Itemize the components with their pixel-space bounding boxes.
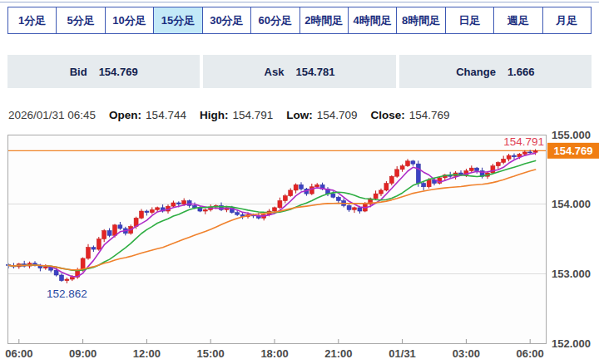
candle-up	[533, 150, 537, 152]
y-axis-label: 154.000	[552, 198, 591, 210]
low-label: Low:	[286, 109, 313, 121]
candle-up	[289, 190, 293, 196]
candle-up	[150, 209, 154, 212]
candle-up	[283, 196, 287, 201]
timeframe-tab-9[interactable]: 8時間足	[396, 7, 444, 33]
timeframe-tab-7[interactable]: 2時間足	[300, 7, 348, 33]
x-axis-label: 15:00	[197, 347, 225, 360]
candle-up	[203, 209, 207, 211]
candle-up	[294, 184, 298, 190]
high-annotation: 154.791	[503, 135, 544, 148]
candle-up	[273, 208, 277, 211]
x-axis-label: 12:00	[133, 347, 161, 360]
x-axis-label: 18:00	[260, 347, 288, 360]
candle-up	[395, 170, 399, 176]
candle-up	[406, 161, 410, 166]
candle-up	[65, 279, 69, 281]
close-value: 154.769	[409, 109, 450, 121]
candle-down	[416, 164, 420, 183]
open-value: 154.744	[146, 109, 186, 121]
candle-up	[469, 168, 473, 170]
x-axis-label: 01/31	[389, 347, 416, 360]
candle-down	[145, 211, 149, 213]
candle-down	[422, 184, 426, 187]
candle-up	[70, 278, 74, 280]
candle-up	[102, 230, 106, 239]
timeframe-tabbar: 1分足5分足10分足15分足30分足60分足2時間足4時間足8時間足日足週足月足	[7, 7, 592, 34]
y-axis-label: 153.000	[552, 268, 591, 280]
candle-datetime: 2026/01/31 06:45	[8, 109, 96, 121]
candle-up	[97, 239, 101, 250]
bid-label: Bid	[70, 66, 87, 78]
high-label: High:	[200, 109, 229, 121]
change-value: 1.666	[507, 66, 535, 78]
timeframe-tab-2[interactable]: 5分足	[56, 7, 104, 33]
timeframe-tab-12[interactable]: 月足	[542, 7, 591, 33]
timeframe-tab-1[interactable]: 1分足	[8, 7, 56, 33]
x-axis-label: 03:00	[453, 347, 480, 360]
timeframe-tab-5[interactable]: 30分足	[202, 7, 250, 33]
candle-up	[507, 155, 511, 159]
low-annotation: 152.862	[47, 288, 87, 300]
high-value: 154.791	[232, 109, 273, 121]
current-price-badge-text: 154.769	[554, 145, 593, 157]
candle-up	[43, 267, 47, 268]
candle-down	[475, 168, 479, 170]
candle-up	[502, 159, 506, 162]
candle-up	[379, 190, 384, 194]
candle-up	[278, 200, 282, 207]
candle-up	[522, 152, 527, 155]
x-axis-label: 21:00	[324, 347, 352, 360]
candle-down	[347, 205, 351, 209]
candle-up	[400, 166, 404, 170]
candle-down	[358, 208, 362, 211]
timeframe-tab-4[interactable]: 15分足	[153, 7, 201, 33]
timeframe-tab-8[interactable]: 4時間足	[348, 7, 396, 33]
candle-up	[309, 187, 314, 194]
candle-up	[315, 184, 319, 187]
candle-up	[171, 203, 176, 206]
candle-up	[156, 208, 160, 210]
chart-plot-area[interactable]	[7, 135, 546, 343]
fx-chart-page: 1分足5分足10分足15分足30分足60分足2時間足4時間足8時間足日足週足月足…	[0, 0, 599, 364]
ask-label: Ask	[265, 66, 285, 78]
y-axis-label: 152.000	[552, 337, 591, 350]
x-axis-label: 06:00	[5, 347, 32, 360]
candle-down	[107, 230, 111, 235]
y-axis-label: 155.000	[552, 129, 591, 141]
change-label: Change	[456, 66, 496, 78]
candle-up	[496, 162, 500, 165]
open-label: Open:	[109, 109, 141, 121]
x-axis-label: 06:00	[517, 347, 544, 360]
timeframe-tab-11[interactable]: 週足	[493, 7, 542, 33]
candle-down	[92, 248, 96, 250]
quote-bar: Bid 154.769 Ask 154.781 Change 1.666	[7, 55, 592, 88]
candle-up	[353, 208, 357, 210]
ask-value: 154.781	[295, 66, 334, 78]
candle-down	[118, 225, 122, 229]
candle-down	[54, 270, 58, 275]
candle-down	[528, 152, 532, 153]
low-value: 154.709	[317, 109, 358, 121]
timeframe-tab-10[interactable]: 日足	[445, 7, 493, 33]
x-axis-label: 09:00	[69, 347, 97, 360]
candle-down	[331, 194, 335, 197]
candle-up	[182, 200, 186, 204]
timeframe-tab-3[interactable]: 10分足	[105, 7, 153, 33]
bid-value: 154.769	[99, 66, 138, 78]
candle-up	[491, 166, 495, 173]
candle-down	[300, 184, 304, 189]
candlestick-chart[interactable]: 155.000154.000153.000152.00006:0009:0012…	[0, 125, 599, 364]
candle-down	[336, 197, 340, 200]
candle-up	[374, 194, 378, 199]
candle-down	[60, 275, 64, 281]
close-label: Close:	[371, 109, 405, 121]
timeframe-tab-6[interactable]: 60分足	[250, 7, 299, 33]
candle-down	[235, 213, 240, 215]
candle-up	[87, 248, 91, 258]
change-cell: Change 1.666	[399, 55, 592, 88]
bid-cell: Bid 154.769	[7, 55, 200, 88]
ask-cell: Ask 154.781	[203, 55, 395, 88]
candle-down	[176, 203, 181, 204]
candle-down	[512, 155, 517, 157]
